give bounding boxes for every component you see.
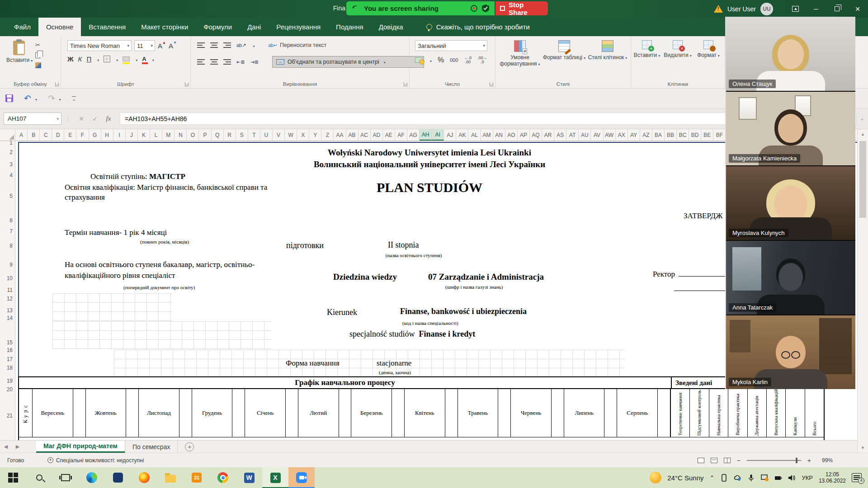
font-dialog-launcher[interactable] [185,82,189,86]
row-header-19[interactable]: 19 [7,378,13,384]
sheet-tab-0[interactable]: Маг ДФН природ-матем [36,441,125,453]
row-header-1[interactable]: 1 [9,141,13,146]
redo-button[interactable]: ↷ [48,94,55,103]
ribbon-tab-7[interactable]: Подання [328,18,371,36]
column-header-Z[interactable]: Z [321,129,334,141]
column-header-X[interactable]: X [297,129,309,141]
column-header-K[interactable]: K [138,129,150,141]
ribbon-tab-4[interactable]: Формули [196,18,240,36]
row-header-6[interactable]: 6 [9,217,13,224]
column-header-M[interactable]: M [162,129,175,141]
video-tile-2[interactable]: Myroslava Kulynych [726,166,855,240]
onedrive-cloud-icon[interactable] [734,474,741,482]
column-header-BD[interactable]: BD [689,129,701,141]
weather-widget[interactable]: 24°C Sunny [667,474,703,482]
warning-icon[interactable] [714,5,723,13]
column-header-AU[interactable]: AU [579,129,591,141]
next-sheet-button[interactable]: ▶ [12,441,24,453]
row-header-15[interactable]: 15 [7,339,13,346]
column-header-AY[interactable]: AY [628,129,640,141]
notification-center-icon[interactable]: 4 [852,473,862,482]
decrease-decimal-button[interactable]: .00→,0 [477,56,487,64]
alignment-dialog-launcher[interactable] [404,82,408,86]
number-dialog-launcher[interactable] [490,82,494,86]
column-header-AB[interactable]: AB [346,129,359,141]
align-center-button[interactable] [210,59,218,65]
column-header-AH[interactable]: AH [420,129,432,141]
row-header-9[interactable]: 9 [9,262,13,268]
number-format-select[interactable]: Загальний [415,40,487,51]
ribbon-tab-6[interactable]: Рецензування [269,18,328,36]
undo-button[interactable]: ↶ [24,94,31,103]
row-header-20[interactable]: 20 [7,386,13,393]
column-header-AK[interactable]: AK [456,129,468,141]
battery-icon[interactable] [774,474,782,482]
grow-font-button[interactable]: A▲ [158,42,166,50]
previous-sheet-button[interactable]: ◀ [0,441,12,453]
column-header-AQ[interactable]: AQ [530,129,542,141]
app-blue-icon[interactable] [105,467,131,488]
video-tile-4[interactable]: Mykola Karlin [726,315,855,389]
comma-style-button[interactable]: 000 [450,57,458,63]
video-tile-3[interactable]: Anna Tatarczak [726,241,855,314]
calendar-icon[interactable]: 31 [184,467,210,488]
format-cells-button[interactable]: Формат [693,40,723,58]
column-header-N[interactable]: N [175,129,187,141]
name-box[interactable]: AH107 [4,113,61,125]
sheet-tab-1[interactable]: По семесрах [125,441,178,453]
align-middle-button[interactable] [210,42,218,48]
vertical-scrollbar[interactable]: ▲ ▼ [857,129,868,453]
column-header-Y[interactable]: Y [309,129,321,141]
bold-button[interactable]: Ж [67,55,74,63]
delete-cells-button[interactable]: Видалити [663,40,693,58]
row-header-4[interactable]: 4 [9,172,13,178]
cancel-entry-button[interactable]: ✕ [75,115,88,122]
column-header-S[interactable]: S [236,129,248,141]
font-size-select[interactable]: 11 [134,40,155,51]
row-header-2[interactable]: 2 [9,149,13,155]
speaker-icon[interactable] [788,474,796,482]
page-break-view-button[interactable] [724,458,731,463]
shrink-font-button[interactable]: A▼ [169,42,177,50]
microphone-icon[interactable] [747,474,755,482]
column-header-V[interactable]: V [273,129,285,141]
column-header-R[interactable]: R [224,129,236,141]
restore-button[interactable] [826,0,847,18]
column-header-B[interactable]: B [28,129,40,141]
file-explorer-icon[interactable] [157,467,184,488]
ribbon-tab-2[interactable]: Вставлення [81,18,133,36]
column-header-P[interactable]: P [199,129,211,141]
wrap-text-button[interactable]: ab↩ Переносити текст [268,42,326,48]
column-header-AM[interactable]: AM [481,129,493,141]
column-header-AR[interactable]: AR [542,129,554,141]
column-header-AN[interactable]: AN [493,129,505,141]
column-header-F[interactable]: F [76,129,89,141]
language-indicator[interactable]: УКР [802,474,813,481]
column-header-BE[interactable]: BE [701,129,713,141]
stop-share-button[interactable]: Stop Share [495,1,548,15]
row-header-13[interactable]: 13 [7,307,13,314]
normal-view-button[interactable] [698,458,704,463]
account-avatar[interactable]: UU [760,3,773,15]
security-shield-icon[interactable] [482,5,489,12]
font-color-button[interactable]: A [142,56,146,62]
page-layout-view-button[interactable] [711,458,717,463]
percent-button[interactable]: % [438,56,444,64]
video-tile-0[interactable]: Олена Стащук [726,17,855,91]
edge-icon[interactable] [79,467,105,488]
column-header-AE[interactable]: AE [383,129,395,141]
zoom-slider[interactable] [747,460,801,461]
save-button[interactable] [5,94,13,102]
row-header-17[interactable]: 17 [7,356,13,362]
column-header-T[interactable]: T [248,129,260,141]
column-header-O[interactable]: O [187,129,199,141]
select-all-corner[interactable] [0,129,15,141]
column-header-AZ[interactable]: AZ [640,129,652,141]
column-header-AC[interactable]: AC [359,129,371,141]
customize-qat-button[interactable]: ⌄ [72,96,76,101]
column-header-AP[interactable]: AP [518,129,530,141]
merge-center-button[interactable]: ↔ Об'єднати та розташувати в центрі [272,56,424,68]
row-header-8[interactable]: 8 [9,243,13,249]
row-header-12[interactable]: 12 [7,296,13,302]
column-header-BA[interactable]: BA [652,129,665,141]
